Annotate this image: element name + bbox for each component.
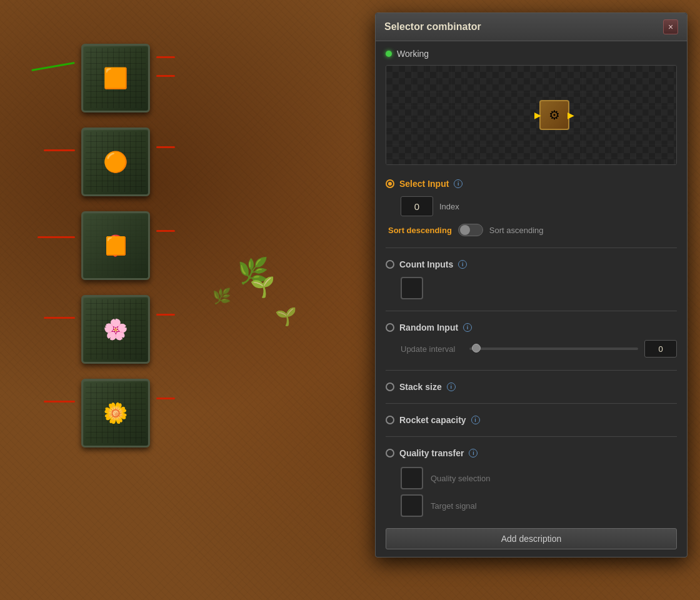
machine-icon-5: 🌼 [103,401,128,425]
random-input-radio[interactable] [386,323,394,332]
index-row: Index [386,194,677,221]
panel-title: Selector combinator [384,21,481,32]
machine-unit-4: 🌸 [69,289,162,370]
random-input-label: Random Input [399,322,458,332]
target-signal-placeholder: Target signal [431,501,477,511]
select-input-info-icon[interactable]: i [454,179,462,188]
select-input-label: Select Input [399,179,449,189]
plant-decoration-3: 🌿 [212,288,231,305]
rocket-capacity-radio[interactable] [386,416,394,424]
rocket-capacity-info-icon[interactable]: i [471,416,480,424]
quality-selection-slot-row: Quality selection [401,467,677,489]
stack-size-info-icon[interactable]: i [447,382,456,391]
quality-transfer-label: Quality transfer [399,448,464,458]
target-signal-slot[interactable] [401,494,423,517]
index-input[interactable] [401,196,433,216]
plant-decoration-2: 🌱 [250,275,275,299]
count-inputs-info-icon[interactable]: i [458,260,467,269]
divider-5 [386,436,677,437]
panel-body: Working ⚙ Select Input i Index Sort desc… [376,41,687,557]
selector-combinator-panel: Selector combinator × Working ⚙ Select I… [375,12,688,558]
quality-transfer-row: Quality transfer i [386,443,677,463]
sort-row: Sort descending Sort ascending [386,221,677,241]
random-input-info-icon[interactable]: i [463,323,472,332]
quality-transfer-radio[interactable] [386,449,394,458]
preview-entity-icon: ⚙ [549,108,560,122]
update-interval-value: 0 [644,340,677,358]
machine-body-5: 🌼 [81,379,150,448]
machine-unit-5: 🌼 [69,372,162,454]
count-inputs-row: Count Inputs i [386,254,677,274]
divider-3 [386,370,677,371]
add-description-button[interactable]: Add description [386,528,677,549]
preview-entity: ⚙ [539,100,569,130]
select-input-row: Select Input i [386,174,677,194]
status-indicator [386,51,392,57]
quality-transfer-info-icon[interactable]: i [469,449,478,458]
sort-toggle[interactable] [458,224,483,236]
status-text: Working [397,49,429,59]
preview-entity-body: ⚙ [539,100,569,130]
machine-column: 🟧 🟠 ❓ 🟧 🌸 🌼 [69,38,162,454]
stack-size-label: Stack size [399,382,442,392]
entity-preview: ⚙ [386,65,677,165]
random-input-row: Random Input i [386,318,677,338]
status-row: Working [386,49,677,59]
machine-body-3: ❓ 🟧 [81,211,150,280]
divider-2 [386,311,677,311]
plant-decoration-4: 🌱 [275,306,297,327]
slider-thumb [472,344,481,352]
quality-slots: Quality selection Target signal [386,463,677,519]
machine-body-4: 🌸 [81,295,150,364]
panel-header: Selector combinator × [376,13,687,41]
stack-size-radio[interactable] [386,382,394,391]
machine-icon-4: 🌸 [103,318,128,341]
count-inputs-radio[interactable] [386,260,394,269]
select-input-radio[interactable] [386,179,394,188]
quality-selection-slot[interactable] [401,467,423,489]
count-inputs-label: Count Inputs [399,259,453,269]
count-inputs-slot-area [386,274,677,304]
divider-1 [386,248,677,248]
machine-icon-1: 🟧 [103,66,128,90]
sort-ascending-label: Sort ascending [489,226,544,235]
update-interval-row: Update interval 0 [386,338,677,364]
machine-unit-3: ❓ 🟧 [69,205,162,286]
count-inputs-signal-slot[interactable] [401,277,423,299]
index-label: Index [439,202,459,211]
divider-4 [386,403,677,404]
machine-unit-1: 🟧 [69,38,162,119]
rocket-capacity-label: Rocket capacity [399,415,466,425]
stack-size-row: Stack size i [386,377,677,397]
machine-body-2: 🟠 [81,128,150,196]
update-interval-slider[interactable] [469,348,638,350]
machine-unit-2: 🟠 [69,121,162,202]
quality-selection-placeholder: Quality selection [431,474,490,483]
machine-icon-2: 🟠 [103,150,128,174]
target-signal-slot-row: Target signal [401,494,677,517]
rocket-capacity-row: Rocket capacity i [386,410,677,430]
close-button[interactable]: × [663,19,678,34]
sort-descending-label: Sort descending [388,226,452,235]
machine-body-1: 🟧 [81,44,150,112]
update-interval-label: Update interval [401,344,463,354]
